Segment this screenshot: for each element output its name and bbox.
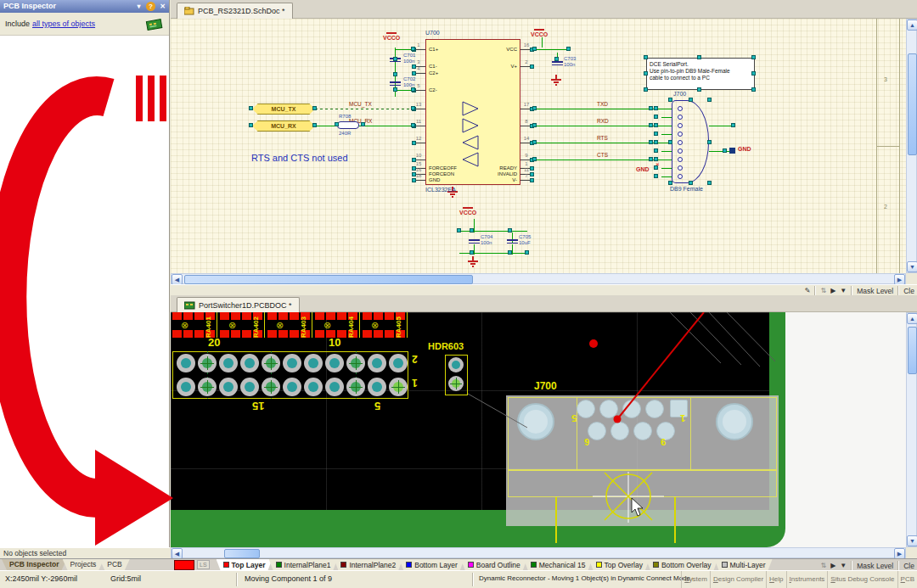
smd-pad[interactable] bbox=[183, 312, 193, 320]
j700-pad[interactable] bbox=[633, 422, 652, 440]
through-hole-pad[interactable] bbox=[283, 378, 301, 396]
selection-handle[interactable] bbox=[644, 55, 648, 59]
through-hole-pad[interactable] bbox=[325, 354, 344, 372]
capacitor[interactable] bbox=[507, 243, 518, 244]
capacitor[interactable] bbox=[469, 243, 480, 244]
capacitor[interactable] bbox=[552, 61, 563, 63]
tab-schdoc[interactable]: PCB_RS2321D.SchDoc * bbox=[177, 3, 293, 19]
pcb-vscrollbar[interactable]: ▲ ▼ bbox=[906, 312, 917, 547]
through-hole-pad[interactable] bbox=[368, 378, 386, 396]
through-hole-pad[interactable] bbox=[304, 378, 323, 396]
selection-handle[interactable] bbox=[689, 98, 693, 102]
smd-pad[interactable] bbox=[374, 312, 383, 320]
selection-handle[interactable] bbox=[554, 57, 559, 61]
selection-handle[interactable] bbox=[312, 123, 317, 127]
panel-button-instruments[interactable]: Instruments bbox=[786, 571, 828, 588]
db9-pin[interactable] bbox=[678, 106, 683, 111]
smd-pad[interactable] bbox=[385, 330, 394, 338]
panel-button-pcb[interactable]: PCB bbox=[897, 571, 917, 588]
selection-handle[interactable] bbox=[249, 106, 253, 110]
selection-handle[interactable] bbox=[508, 228, 512, 232]
hscroll-thumb[interactable] bbox=[224, 549, 260, 558]
wire[interactable] bbox=[535, 143, 649, 143]
selection-handle[interactable] bbox=[566, 47, 571, 51]
smd-pad[interactable] bbox=[326, 312, 335, 320]
selection-handle[interactable] bbox=[731, 123, 735, 127]
selection-handle[interactable] bbox=[393, 87, 397, 92]
dropdown-filter-icon[interactable]: ▼ bbox=[840, 286, 847, 296]
scroll-down-icon[interactable]: ▼ bbox=[907, 535, 917, 546]
j700-pad[interactable] bbox=[588, 422, 606, 440]
through-hole-pad[interactable] bbox=[219, 354, 238, 372]
capacitor[interactable] bbox=[469, 239, 480, 241]
smd-pad[interactable] bbox=[290, 312, 299, 320]
selection-handle[interactable] bbox=[470, 250, 474, 255]
smd-pad[interactable] bbox=[242, 330, 251, 338]
selection-handle[interactable] bbox=[532, 123, 537, 127]
db9-pin[interactable] bbox=[678, 165, 683, 171]
through-hole-pad[interactable] bbox=[262, 378, 280, 396]
panel-button-help[interactable]: Help bbox=[766, 571, 785, 588]
through-hole-pad[interactable] bbox=[240, 354, 259, 372]
through-hole-pad[interactable] bbox=[283, 354, 301, 372]
dropdown-filter-icon[interactable]: ▼ bbox=[840, 561, 847, 571]
panel-close-icon[interactable]: ✕ bbox=[158, 2, 167, 11]
wire[interactable] bbox=[661, 176, 672, 177]
selection-handle[interactable] bbox=[649, 157, 653, 161]
selection-handle[interactable] bbox=[312, 106, 317, 110]
through-hole-pad[interactable] bbox=[262, 354, 280, 372]
selection-handle[interactable] bbox=[249, 123, 253, 127]
play-filter-icon[interactable]: ▶ bbox=[830, 286, 835, 296]
schematic-vscrollbar[interactable]: ▲ ▼ bbox=[906, 19, 917, 273]
mounting-hole-left[interactable] bbox=[517, 403, 554, 440]
through-hole-pad[interactable] bbox=[240, 378, 259, 396]
clear-button[interactable]: Cle bbox=[903, 562, 914, 570]
smd-pad[interactable] bbox=[172, 312, 182, 320]
j700-pad[interactable] bbox=[577, 400, 595, 418]
left-tab-pcb[interactable]: PCB bbox=[99, 559, 129, 570]
layer-tab-top-overlay[interactable]: Top Overlay bbox=[589, 559, 650, 570]
wire[interactable] bbox=[535, 109, 649, 109]
schematic-canvas[interactable]: 3 2 U700 ICL3232EA MCU_TX MCU_RX MCU_TX … bbox=[171, 19, 906, 273]
left-tab-pcb-inspector[interactable]: PCB Inspector bbox=[2, 559, 67, 570]
selection-handle[interactable] bbox=[644, 87, 648, 92]
selection-handle[interactable] bbox=[532, 140, 537, 144]
db9-pin[interactable] bbox=[678, 132, 683, 137]
smd-pad[interactable] bbox=[242, 312, 251, 320]
current-layer-swatch[interactable] bbox=[174, 560, 194, 570]
db9-pin[interactable] bbox=[678, 123, 683, 128]
scroll-up-icon[interactable]: ▲ bbox=[907, 20, 917, 31]
selection-handle[interactable] bbox=[689, 181, 693, 185]
db9-pin[interactable] bbox=[678, 157, 683, 162]
selection-handle[interactable] bbox=[393, 72, 397, 76]
mask-level-button[interactable]: Mask Level bbox=[857, 287, 893, 295]
series-resistor[interactable] bbox=[337, 121, 359, 129]
layer-tab-top-layer[interactable]: Top Layer bbox=[217, 559, 273, 570]
smd-pad[interactable] bbox=[267, 312, 277, 320]
layer-tab-internalplane2[interactable]: InternalPlane2 bbox=[334, 559, 402, 570]
wire-mcu-tx[interactable] bbox=[315, 109, 415, 109]
wire[interactable] bbox=[661, 134, 672, 135]
layer-tab-bottom-layer[interactable]: Bottom Layer bbox=[399, 559, 464, 570]
selection-handle[interactable] bbox=[649, 106, 653, 110]
smd-pad[interactable] bbox=[290, 330, 299, 338]
capacitor[interactable] bbox=[390, 85, 401, 87]
smd-pad[interactable] bbox=[267, 330, 277, 338]
selection-handle[interactable] bbox=[470, 228, 474, 232]
hdr603-pad2[interactable] bbox=[448, 376, 464, 391]
layer-tab-bottom-overlay[interactable]: Bottom Overlay bbox=[646, 559, 718, 570]
smd-pad[interactable] bbox=[315, 312, 324, 320]
selection-handle[interactable] bbox=[532, 157, 537, 161]
smd-pad[interactable] bbox=[315, 330, 324, 338]
j700-connector-footprint[interactable] bbox=[506, 395, 779, 526]
capacitor[interactable] bbox=[552, 64, 563, 66]
scroll-down-icon[interactable]: ▼ bbox=[907, 261, 917, 272]
hdr603-pad1[interactable] bbox=[448, 357, 464, 372]
sort-icon[interactable]: ⇅ bbox=[820, 286, 826, 296]
smd-pad[interactable] bbox=[337, 312, 346, 320]
smd-pad[interactable] bbox=[374, 330, 383, 338]
left-tab-projects[interactable]: Projects bbox=[63, 559, 104, 570]
smd-pad[interactable] bbox=[231, 312, 240, 320]
selection-handle[interactable] bbox=[393, 57, 397, 61]
selection-handle[interactable] bbox=[525, 250, 529, 255]
